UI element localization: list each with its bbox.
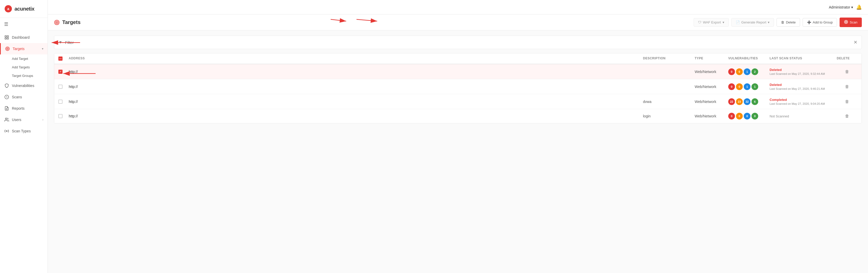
row-delete-button[interactable]: 🗑 bbox=[837, 99, 858, 104]
add-to-group-button[interactable]: ➕ Add to Group bbox=[803, 18, 837, 27]
sidebar-item-target-groups[interactable]: Target Groups bbox=[0, 71, 48, 80]
status-sub-label: Last Scanned on May 27, 2020, 9:32:44 AM bbox=[770, 72, 837, 75]
scans-icon bbox=[4, 95, 9, 100]
row-checkbox-cell[interactable] bbox=[58, 70, 69, 74]
sidebar-item-reports[interactable]: Reports bbox=[0, 103, 48, 114]
sidebar-item-scans[interactable]: Scans bbox=[0, 91, 48, 103]
header-delete: Delete bbox=[837, 57, 858, 61]
row-type: Web/Network bbox=[695, 84, 728, 89]
report-icon: 📄 bbox=[736, 21, 740, 24]
targets-chevron: ▾ bbox=[42, 47, 43, 50]
row-checkbox[interactable] bbox=[58, 70, 63, 74]
status-label: Deleted bbox=[770, 68, 837, 72]
header-address: Address bbox=[69, 57, 643, 61]
row-address: http:// bbox=[69, 70, 643, 74]
users-chevron: › bbox=[42, 118, 43, 122]
waf-chevron: ▾ bbox=[722, 21, 724, 24]
table-row: http:// Web/Network 0 0 1 2 Deleted Last… bbox=[54, 64, 862, 79]
row-address: http:// bbox=[69, 100, 643, 104]
vuln-badge-low: 6 bbox=[751, 98, 758, 105]
row-checkbox-cell[interactable] bbox=[58, 84, 69, 89]
admin-chevron: ▾ bbox=[851, 5, 853, 9]
scan-button[interactable]: Scan bbox=[840, 18, 862, 27]
sidebar-label-reports: Reports bbox=[12, 106, 25, 110]
vuln-badge-medium: 1 bbox=[744, 83, 750, 90]
row-checkbox[interactable] bbox=[58, 114, 63, 118]
admin-menu[interactable]: Administrator ▾ bbox=[829, 5, 853, 9]
topbar-right: Administrator ▾ 🔔 bbox=[829, 4, 862, 10]
row-type: Web/Network bbox=[695, 114, 728, 118]
vuln-badge-medium: 1 bbox=[744, 68, 750, 75]
vuln-badge-critical: 0 bbox=[728, 83, 735, 90]
sidebar-item-users[interactable]: Users › bbox=[0, 114, 48, 126]
sidebar-label-scans: Scans bbox=[12, 95, 22, 99]
sidebar-item-targets[interactable]: Targets ▾ bbox=[0, 43, 48, 55]
sidebar-item-scan-types[interactable]: Scan Types bbox=[0, 126, 48, 137]
header-vulnerabilities: Vulnerabilities bbox=[728, 57, 770, 61]
header-last-scan-status: Last Scan Status bbox=[770, 57, 837, 61]
header-actions: 🛡 WAF Export ▾ 📄 Generate Report ▾ 🗑 Del… bbox=[693, 18, 862, 27]
sidebar: a acunetix ☰ Dashboard Targets ▾ Add Tar… bbox=[0, 0, 48, 273]
sidebar-item-vulnerabilities[interactable]: Vulnerabilities bbox=[0, 80, 48, 91]
vuln-badge-critical: 22 bbox=[728, 98, 735, 105]
filter-label: Filter bbox=[65, 40, 74, 45]
sidebar-item-dashboard[interactable]: Dashboard bbox=[0, 32, 48, 43]
row-address: http:// bbox=[69, 84, 643, 89]
sidebar-label-scan-types: Scan Types bbox=[12, 129, 31, 133]
vuln-badge-high: 0 bbox=[736, 68, 743, 75]
waf-export-button[interactable]: 🛡 WAF Export ▾ bbox=[693, 18, 729, 27]
vuln-badge-medium: 32 bbox=[744, 98, 750, 105]
generate-report-button[interactable]: 📄 Generate Report ▾ bbox=[731, 18, 774, 27]
vuln-badge-low: 1 bbox=[751, 83, 758, 90]
header-description: Description bbox=[643, 57, 695, 61]
acunetix-logo-icon: a bbox=[4, 5, 12, 13]
table-row: http:// dvwa Web/Network 22 23 32 6 Comp… bbox=[54, 94, 862, 109]
row-description: login bbox=[643, 114, 695, 118]
row-vulnerabilities: 0 0 1 1 bbox=[728, 83, 770, 90]
page-title: Targets bbox=[54, 19, 81, 25]
delete-button[interactable]: 🗑 Delete bbox=[777, 18, 800, 27]
main-wrapper: Administrator ▾ 🔔 Targets 🛡 WAF Export ▾… bbox=[48, 0, 868, 273]
row-checkbox[interactable] bbox=[58, 100, 63, 104]
status-label: Completed bbox=[770, 98, 837, 102]
status-label: Deleted bbox=[770, 83, 837, 87]
svg-point-15 bbox=[56, 21, 58, 24]
svg-rect-2 bbox=[5, 36, 6, 37]
row-vulnerabilities: 0 0 1 2 bbox=[728, 68, 770, 75]
notification-bell-icon[interactable]: 🔔 bbox=[856, 4, 862, 10]
scan-icon bbox=[844, 20, 848, 25]
users-icon bbox=[4, 117, 9, 122]
sidebar-label-users: Users bbox=[12, 118, 22, 122]
sidebar-item-add-target[interactable]: Add Target bbox=[0, 55, 48, 63]
row-type: Web/Network bbox=[695, 70, 728, 74]
svg-point-12 bbox=[5, 118, 7, 120]
filter-close-button[interactable]: ✕ bbox=[854, 39, 858, 45]
vuln-badge-high: 23 bbox=[736, 98, 743, 105]
vulnerabilities-icon bbox=[4, 83, 9, 88]
targets-submenu: Add Target Add Targets Target Groups bbox=[0, 55, 48, 80]
scan-types-icon bbox=[4, 129, 9, 134]
hamburger-menu[interactable]: ☰ bbox=[0, 18, 48, 31]
vuln-badge-high: 0 bbox=[736, 113, 743, 120]
table-header: Address Description Type Vulnerabilities… bbox=[54, 54, 862, 64]
row-delete-button[interactable]: 🗑 bbox=[837, 114, 858, 118]
vuln-badge-low: 2 bbox=[751, 68, 758, 75]
sidebar-item-add-targets[interactable]: Add Targets bbox=[0, 63, 48, 71]
content-area: ▼ Filter ✕ Address Description Type Vuln… bbox=[48, 30, 868, 273]
vuln-badge-low: 0 bbox=[751, 113, 758, 120]
sidebar-label-vulnerabilities: Vulnerabilities bbox=[12, 83, 34, 88]
row-description: dvwa bbox=[643, 100, 695, 104]
row-checkbox-cell[interactable] bbox=[58, 114, 69, 118]
svg-point-7 bbox=[6, 48, 9, 50]
header-checkbox-cell[interactable] bbox=[58, 57, 69, 61]
row-checkbox[interactable] bbox=[58, 84, 63, 89]
sidebar-nav: Dashboard Targets ▾ Add Target Add Targe… bbox=[0, 31, 48, 273]
select-all-checkbox[interactable] bbox=[58, 57, 63, 61]
row-delete-button[interactable]: 🗑 bbox=[837, 84, 858, 89]
row-delete-button[interactable]: 🗑 bbox=[837, 69, 858, 74]
vuln-badge-critical: 0 bbox=[728, 68, 735, 75]
dashboard-icon bbox=[4, 35, 9, 40]
svg-point-8 bbox=[7, 48, 8, 49]
svg-point-16 bbox=[56, 22, 57, 23]
row-checkbox-cell[interactable] bbox=[58, 100, 69, 104]
